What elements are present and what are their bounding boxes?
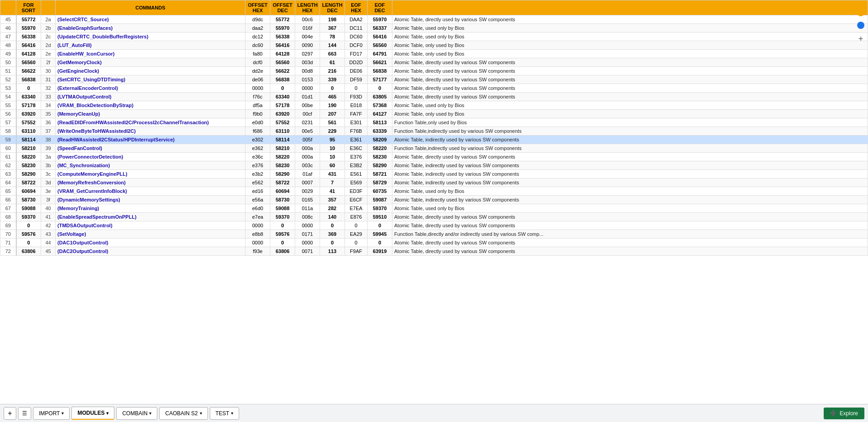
offset-hex: e376 [245,161,270,170]
command-name[interactable]: (MemoryCleanUp) [56,110,245,118]
row-number: 48 [0,41,16,50]
caobain-s2-tab[interactable]: CAOBAIN S2 ▾ [159,407,208,420]
command-name[interactable]: (TMDSAOutputControl) [56,221,245,230]
row-number: 49 [0,50,16,58]
command-name[interactable]: (VRAM_GetCurrentInfoBlock) [56,187,245,196]
command-name[interactable]: (MemoryRefreshConversion) [56,178,245,187]
length-hex: 0000 [295,84,320,93]
table-row[interactable]: 50 56560 2f (GetMemoryClock) dcf0 56560 … [0,58,868,67]
eof-hex: DF59 [345,75,368,84]
command-name[interactable]: (UpdateCRTC_DoubleBufferRegisters) [56,33,245,41]
table-row[interactable]: 69 0 42 (TMDSAOutputControl) 0000 0 0000… [0,221,868,230]
offset-hex: e8b8 [245,230,270,239]
hex-id-value: 42 [41,221,56,230]
command-name[interactable]: (EnableSpreadSpectrumOnPPLL) [56,213,245,221]
command-name[interactable]: (DAC1OutputControl) [56,239,245,247]
table-row[interactable]: 57 57552 36 (ReadEDIDFromHWAssistedI2C/P… [0,118,868,127]
length-hex: 005f [295,136,320,144]
offset-hex: dcf0 [245,58,270,67]
plus-icon[interactable]: + [859,34,863,44]
eof-dec: 55970 [368,15,392,24]
row-number: 67 [0,204,16,213]
table-row[interactable]: 54 63340 33 (LVTMAOutputControl) f76c 63… [0,93,868,101]
table-container[interactable]: FORSORT COMMANDS OFFSETHEX OFFSETDEC LEN… [0,0,868,404]
eof-dec: 58209 [368,136,392,144]
command-name[interactable]: (MC_Synchronization) [56,161,245,170]
table-row[interactable]: 53 0 32 (ExternalEncoderControl) 0000 0 … [0,84,868,93]
test-tab[interactable]: TEST ▾ [210,407,240,420]
table-row[interactable]: 72 63806 45 (DAC2OutputControl) f93e 638… [0,247,868,256]
offset-dec: 58290 [270,170,295,178]
explore-button[interactable]: ➕ Explore [824,408,864,419]
table-row[interactable]: 48 56416 2d (LUT_AutoFill) dc60 56416 00… [0,41,868,50]
command-name[interactable]: (SetCRTC_UsingDTDTiming) [56,75,245,84]
description: Atomic Table, only used by Bios [392,110,868,118]
length-dec: 431 [320,170,345,178]
table-row[interactable]: 71 0 44 (DAC1OutputControl) 0000 0 0000 … [0,239,868,247]
table-row[interactable]: 67 59088 40 (MemoryTraining) e6d0 59088 … [0,204,868,213]
hex-id-value: 3b [41,161,56,170]
table-row[interactable]: 62 58230 3b (MC_Synchronization) e376 58… [0,161,868,170]
command-name[interactable]: (ComputeMemoryEnginePLL) [56,170,245,178]
table-row[interactable]: 68 59370 41 (EnableSpreadSpectrumOnPPLL)… [0,213,868,221]
command-name[interactable]: (LVTMAOutputControl) [56,93,245,101]
combain-tab[interactable]: COMBAIN ▾ [116,407,157,420]
table-row[interactable]: 60 58210 39 (SpeedFanControl) e362 58210… [0,144,868,153]
command-name[interactable]: (PowerConnectorDetection) [56,153,245,161]
offset-dec: 58114 [270,136,295,144]
table-row[interactable]: 61 58220 3a (PowerConnectorDetection) e3… [0,153,868,161]
add-tab-button[interactable]: + [4,407,16,420]
command-name[interactable]: (MemoryTraining) [56,204,245,213]
command-name[interactable]: (LUT_AutoFill) [56,41,245,50]
command-name[interactable]: (DynamicMemorySettings) [56,196,245,204]
command-name[interactable]: (GetEngineClock) [56,67,245,75]
command-name[interactable]: (SetVoltage) [56,230,245,239]
command-name[interactable]: (GetMemoryClock) [56,58,245,67]
import-tab[interactable]: IMPORT ▾ [33,407,70,420]
length-hex: 0029 [295,187,320,196]
table-row[interactable]: 70 59576 43 (SetVoltage) e8b8 59576 0171… [0,230,868,239]
table-row[interactable]: 51 56622 30 (GetEngineClock) dd2e 56622 … [0,67,868,75]
for-sort-value: 57178 [16,101,41,110]
table-row[interactable]: 66 58730 3f (DynamicMemorySettings) e56a… [0,196,868,204]
hex-id-value: 3f [41,196,56,204]
table-row[interactable]: 58 63110 37 (WriteOneByteToHWAssistedI2C… [0,127,868,136]
command-name[interactable]: (WriteOneByteToHWAssistedI2C) [56,127,245,136]
table-row[interactable]: 52 56838 31 (SetCRTC_UsingDTDTiming) de0… [0,75,868,84]
eof-dec: 56560 [368,41,392,50]
table-row[interactable]: 65 60694 3e (VRAM_GetCurrentInfoBlock) e… [0,187,868,196]
header-offset-hex: OFFSETHEX [245,0,270,15]
length-dec: 190 [320,101,345,110]
command-name[interactable]: (ReadHWAssistedI2CStatus/HPDInterruptSer… [56,136,245,144]
eof-dec: 60735 [368,187,392,196]
table-row[interactable]: 64 58722 3d (MemoryRefreshConversion) e5… [0,178,868,187]
row-number: 46 [0,24,16,33]
table-row[interactable]: 49 64128 2e (EnableHW_IconCursor) fa80 6… [0,50,868,58]
hex-id-value: 2d [41,41,56,50]
modules-tab[interactable]: MODULES ▾ [71,407,114,420]
command-name[interactable]: (SpeedFanControl) [56,144,245,153]
command-name[interactable]: (DAC2OutputControl) [56,247,245,256]
table-row[interactable]: 59 58114 38 (ReadHWAssistedI2CStatus/HPD… [0,136,868,144]
command-name[interactable]: (EnableGraphSurfaces) [56,24,245,33]
table-row[interactable]: 56 63920 35 (MemoryCleanUp) f9b0 63920 0… [0,110,868,118]
command-name[interactable]: (SelectCRTC_Source) [56,15,245,24]
command-name[interactable]: (ExternalEncoderControl) [56,84,245,93]
hex-id-value: 39 [41,144,56,153]
description: Atomic Table, directly used by various S… [392,213,868,221]
table-row[interactable]: 45 55772 2a (SelectCRTC_Source) d9dc 557… [0,15,868,24]
table-row[interactable]: 46 55970 2b (EnableGraphSurfaces) daa2 5… [0,24,868,33]
eof-dec: 57177 [368,75,392,84]
table-row[interactable]: 63 58290 3c (ComputeMemoryEnginePLL) e3b… [0,170,868,178]
hamburger-button[interactable]: ☰ [18,407,31,420]
table-row[interactable]: 55 57178 34 (VRAM_BlockDetectionByStrap)… [0,101,868,110]
offset-hex: e6d0 [245,204,270,213]
command-name[interactable]: (EnableHW_IconCursor) [56,50,245,58]
offset-dec: 56838 [270,75,295,84]
command-name[interactable]: (ReadEDIDFromHWAssistedI2C/ProcessI2cCha… [56,118,245,127]
header-eof-hex: EOFHEX [345,0,368,15]
command-name[interactable]: (VRAM_BlockDetectionByStrap) [56,101,245,110]
offset-dec: 58722 [270,178,295,187]
table-row[interactable]: 47 56338 2c (UpdateCRTC_DoubleBufferRegi… [0,33,868,41]
offset-hex: 0000 [245,84,270,93]
